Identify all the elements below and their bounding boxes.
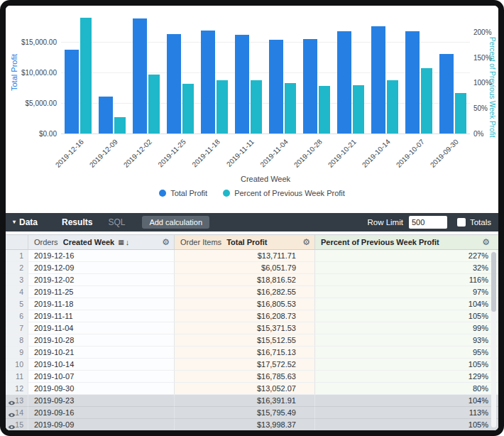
cell-percent-prev-week-profit[interactable]: 105%: [315, 310, 498, 322]
cell-created-week[interactable]: 2019-11-18: [28, 298, 175, 310]
cell-percent-prev-week-profit[interactable]: 105%: [315, 419, 498, 430]
cell-percent-prev-week-profit[interactable]: 227%: [315, 250, 498, 262]
cell-created-week[interactable]: 2019-10-28: [28, 334, 175, 347]
cell-percent-prev-week-profit[interactable]: 95%: [315, 347, 498, 359]
bar-percent-prev-week[interactable]: [148, 75, 160, 133]
cell-percent-prev-week-profit[interactable]: 99%: [315, 322, 498, 334]
cell-percent-prev-week-profit[interactable]: 32%: [315, 262, 498, 274]
legend-dot-total-profit: [159, 190, 166, 197]
legend-item-total-profit[interactable]: Total Profit: [159, 189, 207, 197]
add-calculation-button[interactable]: Add calculation: [142, 216, 209, 229]
cell-total-profit[interactable]: $13,711.71: [175, 250, 315, 262]
cell-created-week[interactable]: 2019-10-21: [28, 347, 175, 359]
scrollbar-thumb[interactable]: [491, 252, 496, 312]
bar-percent-prev-week[interactable]: [182, 84, 194, 133]
explore-panel: Total Profit Percent of Previous Week Pr…: [6, 6, 498, 430]
table-row: 132019-09-23$16,391.91104%: [6, 395, 498, 407]
cell-percent-prev-week-profit[interactable]: 116%: [315, 274, 498, 286]
table-row: 62019-11-11$16,208.73105%: [6, 310, 498, 322]
row-number: 2: [6, 262, 28, 274]
header-order-items-total-profit[interactable]: Order Items Total Profit ⚙: [175, 235, 315, 249]
cell-total-profit[interactable]: $16,391.91: [175, 395, 315, 407]
cell-created-week[interactable]: 2019-09-16: [28, 407, 175, 419]
cell-total-profit[interactable]: $17,572.52: [175, 359, 315, 371]
bar-percent-prev-week[interactable]: [114, 117, 126, 133]
hidden-eye-icon: [8, 410, 16, 419]
header-orders-created-week[interactable]: Orders Created Week ▦↓ ⚙: [28, 235, 175, 249]
hidden-eye-icon: [8, 398, 16, 407]
cell-created-week[interactable]: 2019-12-02: [28, 274, 175, 286]
cell-created-week[interactable]: 2019-12-16: [28, 250, 175, 262]
cell-total-profit[interactable]: $16,805.53: [175, 298, 315, 310]
cell-total-profit[interactable]: $16,282.55: [175, 286, 315, 298]
cell-created-week[interactable]: 2019-09-09: [28, 419, 175, 430]
row-number: 4: [6, 286, 28, 298]
cell-total-profit[interactable]: $6,051.79: [175, 262, 315, 274]
row-limit-input[interactable]: [409, 216, 447, 229]
cell-total-profit[interactable]: $15,512.55: [175, 334, 315, 347]
tab-results[interactable]: Results: [62, 217, 92, 227]
bar-percent-prev-week[interactable]: [80, 18, 92, 133]
totals-checkbox[interactable]: [457, 218, 466, 227]
cell-total-profit[interactable]: $15,795.49: [175, 407, 315, 419]
cell-percent-prev-week-profit[interactable]: 97%: [315, 286, 498, 298]
bar-total-profit[interactable]: [235, 35, 249, 133]
bar-percent-prev-week[interactable]: [353, 85, 364, 133]
cell-percent-prev-week-profit[interactable]: 105%: [315, 359, 498, 371]
column-gear-icon[interactable]: ⚙: [482, 237, 490, 247]
right-axis-tick-label: 200%: [473, 28, 498, 36]
cell-percent-prev-week-profit[interactable]: 113%: [315, 407, 498, 419]
bar-total-profit[interactable]: [405, 31, 420, 133]
cell-percent-prev-week-profit[interactable]: 129%: [315, 371, 498, 383]
cell-created-week[interactable]: 2019-10-07: [28, 371, 175, 383]
bar-total-profit[interactable]: [65, 50, 79, 133]
table-row: 22019-12-09$6,051.7932%: [6, 262, 498, 274]
cell-created-week[interactable]: 2019-11-11: [28, 310, 175, 322]
bar-total-profit[interactable]: [167, 34, 181, 133]
cell-total-profit[interactable]: $15,371.53: [175, 322, 315, 334]
header-percent-previous-week-profit[interactable]: Percent of Previous Week Profit ⚙: [315, 235, 498, 249]
table-body: 12019-12-16$13,711.71227%22019-12-09$6,0…: [6, 250, 498, 430]
bar-total-profit[interactable]: [201, 31, 215, 133]
bar-total-profit[interactable]: [269, 40, 283, 133]
cell-total-profit[interactable]: $16,715.13: [175, 347, 315, 359]
cell-created-week[interactable]: 2019-09-23: [28, 395, 175, 407]
cell-percent-prev-week-profit[interactable]: 104%: [315, 395, 498, 407]
bar-percent-prev-week[interactable]: [285, 83, 296, 133]
left-axis-tick-label: $0.00: [6, 130, 57, 138]
hidden-eye-icon: [8, 422, 16, 430]
cell-created-week[interactable]: 2019-12-09: [28, 262, 175, 274]
cell-created-week[interactable]: 2019-11-04: [28, 322, 175, 334]
bar-total-profit[interactable]: [303, 39, 317, 133]
cell-created-week[interactable]: 2019-09-30: [28, 383, 175, 395]
cell-created-week[interactable]: 2019-11-25: [28, 286, 175, 298]
bar-total-profit[interactable]: [337, 31, 351, 133]
cell-total-profit[interactable]: $16,785.63: [175, 371, 315, 383]
column-gear-icon[interactable]: ⚙: [302, 237, 310, 247]
legend-item-percent-prev-week[interactable]: Percent of Previous Week Profit: [223, 189, 345, 197]
row-number: 3: [6, 274, 28, 286]
cell-percent-prev-week-profit[interactable]: 104%: [315, 298, 498, 310]
bar-percent-prev-week[interactable]: [251, 80, 262, 133]
right-axis-tick-label: 0%: [473, 130, 498, 138]
bar-percent-prev-week[interactable]: [455, 93, 466, 133]
bar-total-profit[interactable]: [99, 97, 113, 133]
bar-total-profit[interactable]: [133, 18, 147, 133]
bar-percent-prev-week[interactable]: [217, 80, 228, 133]
tab-sql[interactable]: SQL: [108, 217, 125, 227]
table-row: 102019-10-14$17,572.52105%: [6, 359, 498, 371]
bar-total-profit[interactable]: [439, 54, 454, 133]
cell-total-profit[interactable]: $13,998.37: [175, 419, 315, 430]
bar-percent-prev-week[interactable]: [421, 68, 432, 133]
bar-percent-prev-week[interactable]: [387, 80, 398, 133]
cell-total-profit[interactable]: $18,816.52: [175, 274, 315, 286]
cell-percent-prev-week-profit[interactable]: 80%: [315, 383, 498, 395]
cell-total-profit[interactable]: $13,052.07: [175, 383, 315, 395]
cell-total-profit[interactable]: $16,208.73: [175, 310, 315, 322]
data-section-toggle[interactable]: ▾ Data: [13, 217, 38, 227]
bar-percent-prev-week[interactable]: [319, 86, 330, 133]
column-gear-icon[interactable]: ⚙: [162, 237, 170, 247]
cell-percent-prev-week-profit[interactable]: 93%: [315, 334, 498, 347]
cell-created-week[interactable]: 2019-10-14: [28, 359, 175, 371]
bar-total-profit[interactable]: [371, 26, 385, 133]
